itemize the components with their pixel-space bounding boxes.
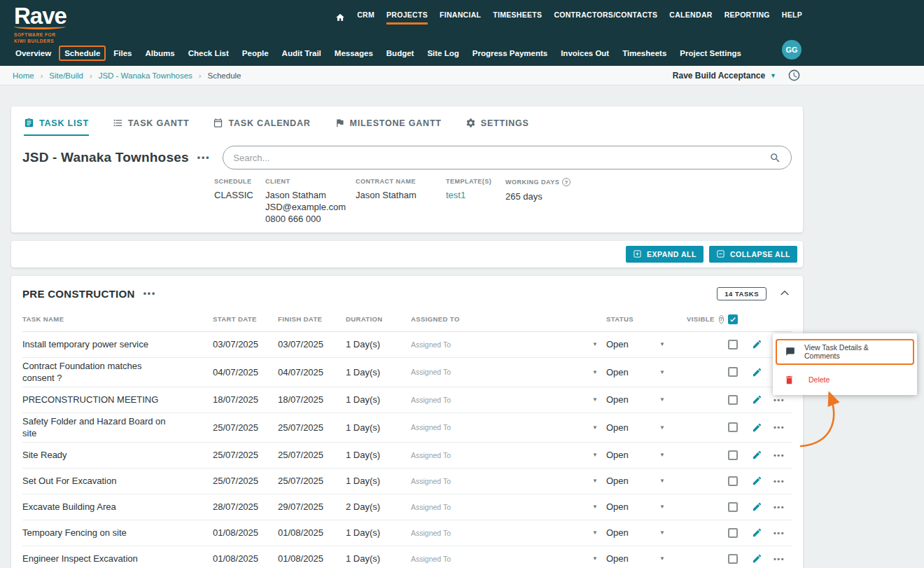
edit-task-button[interactable] bbox=[752, 553, 762, 564]
assigned-to-dropdown[interactable]: Assigned To ▼ bbox=[411, 340, 606, 349]
tab-task-calendar[interactable]: TASK CALENDAR bbox=[213, 118, 310, 136]
row-menu-button[interactable]: ••• bbox=[774, 451, 785, 459]
project-nav-progress-payments[interactable]: Progress Payments bbox=[467, 46, 553, 61]
visible-checkbox[interactable] bbox=[728, 528, 738, 538]
assigned-to-dropdown[interactable]: Assigned To ▼ bbox=[411, 396, 606, 404]
status-value: Open bbox=[606, 501, 629, 512]
edit-task-button[interactable] bbox=[752, 422, 762, 433]
visible-checkbox[interactable] bbox=[728, 502, 738, 512]
nav-item-timesheets[interactable]: TIMESHEETS bbox=[493, 11, 542, 25]
rave-logo[interactable]: Rave SOFTWARE FOR KIWI BUILDERS bbox=[14, 4, 66, 44]
search-button[interactable] bbox=[769, 152, 781, 164]
status-dropdown[interactable]: Open ▼ bbox=[606, 394, 689, 405]
status-dropdown[interactable]: Open ▼ bbox=[606, 339, 689, 349]
row-menu-button[interactable]: ••• bbox=[774, 503, 785, 511]
collapse-all-button[interactable]: COLLAPSE ALL bbox=[709, 246, 797, 263]
client-phone: 0800 666 000 bbox=[265, 214, 356, 226]
edit-task-button[interactable] bbox=[752, 367, 762, 377]
status-dropdown[interactable]: Open ▼ bbox=[606, 476, 689, 486]
pencil-icon bbox=[752, 339, 762, 349]
breadcrumb-project[interactable]: JSD - Wanaka Townhoses bbox=[99, 71, 192, 80]
assigned-to-dropdown[interactable]: Assigned To ▼ bbox=[411, 423, 606, 431]
project-nav-schedule[interactable]: Schedule bbox=[59, 46, 106, 61]
template-link[interactable]: test1 bbox=[446, 190, 465, 200]
status-dropdown[interactable]: Open ▼ bbox=[606, 450, 689, 460]
nav-item-financial[interactable]: FINANCIAL bbox=[440, 11, 481, 25]
row-menu-button[interactable]: ••• bbox=[774, 423, 785, 431]
project-nav-overview[interactable]: Overview bbox=[10, 46, 57, 61]
task-duration: 1 Day(s) bbox=[346, 553, 411, 564]
row-menu-button[interactable]: ••• bbox=[774, 529, 785, 537]
status-dropdown[interactable]: Open ▼ bbox=[606, 527, 689, 538]
project-nav-messages[interactable]: Messages bbox=[329, 46, 379, 61]
tab-task-gantt[interactable]: TASK GANTT bbox=[113, 118, 190, 136]
project-nav-budget[interactable]: Budget bbox=[381, 46, 420, 61]
working-days-help-icon[interactable]: ? bbox=[562, 178, 570, 186]
row-menu-button[interactable]: ••• bbox=[774, 477, 785, 485]
search-input[interactable] bbox=[233, 153, 769, 163]
row-menu-button[interactable]: ••• bbox=[774, 555, 785, 563]
status-dropdown[interactable]: Open ▼ bbox=[606, 501, 689, 512]
status-dropdown[interactable]: Open ▼ bbox=[606, 367, 689, 377]
visible-checkbox[interactable] bbox=[728, 340, 738, 349]
project-nav-files[interactable]: Files bbox=[108, 46, 137, 61]
visible-checkbox[interactable] bbox=[728, 395, 738, 405]
edit-task-button[interactable] bbox=[752, 527, 762, 538]
visible-help-icon[interactable]: ? bbox=[719, 315, 724, 324]
assigned-to-dropdown[interactable]: Assigned To ▼ bbox=[411, 451, 606, 459]
project-nav-albums[interactable]: Albums bbox=[140, 46, 181, 61]
assigned-to-dropdown[interactable]: Assigned To ▼ bbox=[411, 529, 606, 537]
user-avatar[interactable]: GG bbox=[782, 40, 802, 60]
edit-task-button[interactable] bbox=[752, 476, 762, 486]
status-dropdown[interactable]: Open ▼ bbox=[606, 553, 689, 564]
project-nav-timesheets[interactable]: Timesheets bbox=[617, 46, 672, 61]
tab-settings[interactable]: SETTINGS bbox=[465, 118, 529, 136]
tab-task-list[interactable]: TASK LIST bbox=[24, 118, 89, 136]
visible-checkbox[interactable] bbox=[728, 554, 738, 564]
home-nav-button[interactable] bbox=[335, 13, 345, 22]
edit-task-button[interactable] bbox=[752, 501, 762, 512]
delete-menu-item[interactable]: Delete bbox=[773, 368, 917, 389]
status-value: Open bbox=[606, 450, 629, 460]
nav-item-crm[interactable]: CRM bbox=[357, 11, 374, 25]
project-menu-button[interactable]: ••• bbox=[197, 153, 211, 162]
assigned-to-dropdown[interactable]: Assigned To ▼ bbox=[411, 503, 606, 511]
detail-contract-name: CONTRACT NAME Jason Statham bbox=[356, 178, 446, 226]
chevron-down-icon: ▼ bbox=[592, 396, 598, 403]
select-all-checkbox[interactable] bbox=[728, 314, 738, 324]
nav-item-help[interactable]: HELP bbox=[782, 11, 802, 25]
breadcrumb-home[interactable]: Home bbox=[13, 71, 34, 80]
nav-item-contractors-contacts[interactable]: CONTRACTORS/CONTACTS bbox=[554, 11, 657, 25]
row-menu-button[interactable]: ••• bbox=[774, 396, 785, 404]
project-nav-people[interactable]: People bbox=[237, 46, 274, 61]
visible-checkbox[interactable] bbox=[728, 476, 738, 486]
assigned-to-dropdown[interactable]: Assigned To ▼ bbox=[411, 477, 606, 485]
tab-milestone-gantt[interactable]: MILESTONE GANTT bbox=[335, 118, 442, 136]
column-status: STATUS bbox=[606, 315, 689, 323]
task-name: Tempoary Fencing on site bbox=[22, 527, 213, 539]
visible-checkbox[interactable] bbox=[728, 450, 738, 460]
edit-task-button[interactable] bbox=[752, 394, 762, 405]
edit-task-button[interactable] bbox=[752, 339, 762, 349]
acceptance-dropdown[interactable]: Rave Build Acceptance ▼ bbox=[673, 71, 776, 81]
history-clock-button[interactable] bbox=[788, 69, 801, 82]
project-nav-check-list[interactable]: Check List bbox=[183, 46, 234, 61]
visible-checkbox[interactable] bbox=[728, 367, 738, 377]
section-collapse-button[interactable] bbox=[779, 288, 790, 299]
nav-item-reporting[interactable]: REPORTING bbox=[724, 11, 770, 25]
expand-all-button[interactable]: EXPAND ALL bbox=[626, 246, 704, 263]
nav-item-calendar[interactable]: CALENDAR bbox=[669, 11, 712, 25]
status-dropdown[interactable]: Open ▼ bbox=[606, 422, 689, 433]
edit-task-button[interactable] bbox=[752, 450, 762, 460]
nav-item-projects[interactable]: PROJECTS bbox=[386, 11, 428, 25]
project-nav-audit-trail[interactable]: Audit Trail bbox=[276, 46, 327, 61]
project-nav-project-settings[interactable]: Project Settings bbox=[674, 46, 747, 61]
section-menu-button[interactable]: ••• bbox=[144, 289, 157, 298]
breadcrumb-site-build[interactable]: Site/Build bbox=[49, 71, 83, 80]
assigned-to-dropdown[interactable]: Assigned To ▼ bbox=[411, 368, 606, 376]
visible-checkbox[interactable] bbox=[728, 422, 738, 432]
project-nav-site-log[interactable]: Site Log bbox=[421, 46, 464, 61]
project-nav-invoices-out[interactable]: Invoices Out bbox=[555, 46, 615, 61]
view-task-details-menu-item[interactable]: View Task Details & Comments bbox=[776, 339, 914, 365]
assigned-to-dropdown[interactable]: Assigned To ▼ bbox=[411, 555, 606, 563]
